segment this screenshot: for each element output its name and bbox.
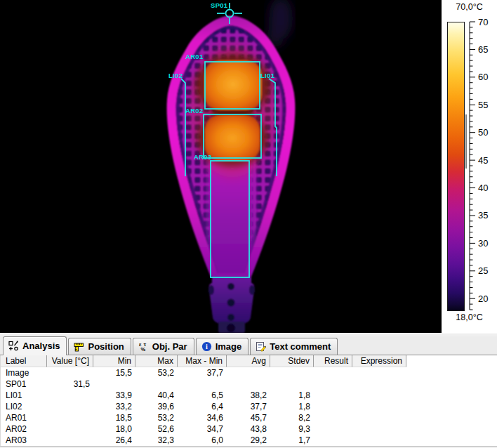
thermal-image: SP01 AR01 AR02 AR03 [0,0,444,333]
line1-label: LI01 [260,72,275,79]
scale-max-label: 70,0°C [442,2,497,12]
table-cell: 29,2 [227,435,270,446]
table-cell: 9,3 [270,423,314,435]
svg-text:i: i [206,343,208,350]
color-scale-bar[interactable] [447,22,465,311]
table-cell: 34,7 [178,423,227,435]
table-row[interactable]: SP0131,5 [1,378,497,390]
position-icon [74,341,84,352]
table-cell [314,435,352,446]
column-header[interactable]: Result [314,355,352,367]
table-cell [314,412,352,423]
table-cell: 39,6 [135,401,178,412]
table-row[interactable]: LI0133,940,46,538,21,8 [1,390,497,401]
column-header[interactable]: Stdev [270,355,314,367]
table-cell: AR02 [1,423,47,435]
tab-position[interactable]: Position [68,338,131,355]
table-row[interactable]: AR0326,432,36,029,21,7 [1,435,497,446]
column-header[interactable]: Max - Min [178,355,227,367]
column-header[interactable]: Max [135,355,178,367]
table-row[interactable]: Image15,553,237,7 [1,367,497,378]
table-row[interactable]: AR0118,553,234,645,78,2 [1,412,497,423]
scale-ruler: 7065605550454035302520 [465,18,497,316]
table-cell: 33,2 [93,401,135,412]
table-row[interactable]: LI0233,239,66,437,71,8 [1,401,497,412]
area2-label: AR02 [185,107,204,114]
table-cell [47,423,93,435]
table-cell: 26,4 [93,435,135,446]
tab-text-comment[interactable]: Text comment [250,338,338,355]
table-cell: 18,0 [93,423,135,435]
analysis-table: LabelValue [°C]MinMaxMax - MinAvgStdevRe… [0,355,497,446]
tab-label: Position [88,341,124,352]
table-cell: 1,8 [270,390,314,401]
info-icon: i [201,341,212,352]
tab-label: Obj. Par [152,341,187,352]
table-cell [352,390,406,401]
table-cell: 52,6 [135,423,178,435]
area3-label: AR03 [194,153,212,161]
table-cell: 45,7 [227,412,270,423]
column-header[interactable]: Label [1,355,47,367]
table-cell [270,367,314,378]
scale-tick-label: 35 [478,210,488,220]
scale-tick-label: 60 [478,72,488,82]
scale-tick-label: 20 [478,294,488,304]
table-cell: 40,4 [135,390,178,401]
tab-bar: Analysis Position [0,336,497,355]
analysis-table-body: Image15,553,237,7SP0131,5LI0133,940,46,5… [1,367,497,446]
table-cell: 37,7 [178,367,227,378]
table-cell [178,378,227,390]
table-cell: 18,5 [93,412,135,423]
table-cell [270,378,314,390]
table-cell: 34,6 [178,412,227,423]
svg-text:%: % [140,346,145,352]
thermal-analysis-window: SP01 AR01 AR02 AR03 [0,0,497,448]
scale-tick-label: 70 [478,18,488,27]
table-cell [314,390,352,401]
table-cell [352,367,406,378]
tab-label: Analysis [22,341,60,351]
table-cell: 37,7 [227,401,270,412]
table-cell [47,412,93,423]
table-cell: Image [1,367,47,378]
table-cell [47,401,93,412]
table-cell: AR03 [1,435,47,446]
area1-label: AR01 [185,53,204,60]
object-parameters-icon: ε τ % [138,341,149,352]
table-cell [352,435,406,446]
scale-tick-label: 65 [478,44,488,55]
table-cell [314,423,352,435]
table-cell: 38,2 [227,390,270,401]
table-cell: 8,2 [270,412,314,423]
table-cell [227,378,270,390]
table-cell [314,367,352,378]
table-cell: 31,5 [47,378,93,390]
tab-analysis[interactable]: Analysis [3,336,67,355]
table-cell [47,435,93,446]
table-cell [135,378,178,390]
table-cell [314,401,352,412]
column-header[interactable]: Avg [227,355,270,367]
table-cell: 1,8 [270,401,314,412]
table-cell [227,367,270,378]
scale-tick-label: 25 [478,265,488,276]
text-comment-icon [256,341,266,352]
thermal-image-canvas[interactable]: SP01 AR01 AR02 AR03 [0,0,444,333]
column-header[interactable]: Value [°C] [47,355,93,367]
column-header[interactable]: Expression [352,355,406,367]
line2-label: LI02 [168,72,183,79]
table-cell [352,412,406,423]
table-header-row: LabelValue [°C]MinMaxMax - MinAvgStdevRe… [1,355,497,367]
table-cell: 1,7 [270,435,314,446]
tab-object-parameters[interactable]: ε τ % Obj. Par [133,338,194,355]
spot-label: SP01 [211,1,228,9]
table-row[interactable]: AR0218,052,634,743,89,3 [1,423,497,435]
scale-tick-label: 50 [478,127,488,138]
column-header[interactable]: Min [93,355,135,367]
table-cell [352,378,406,390]
table-cell [93,378,135,390]
tab-image[interactable]: i Image [196,338,249,355]
table-cell: LI02 [1,401,47,412]
table-cell [314,378,352,390]
